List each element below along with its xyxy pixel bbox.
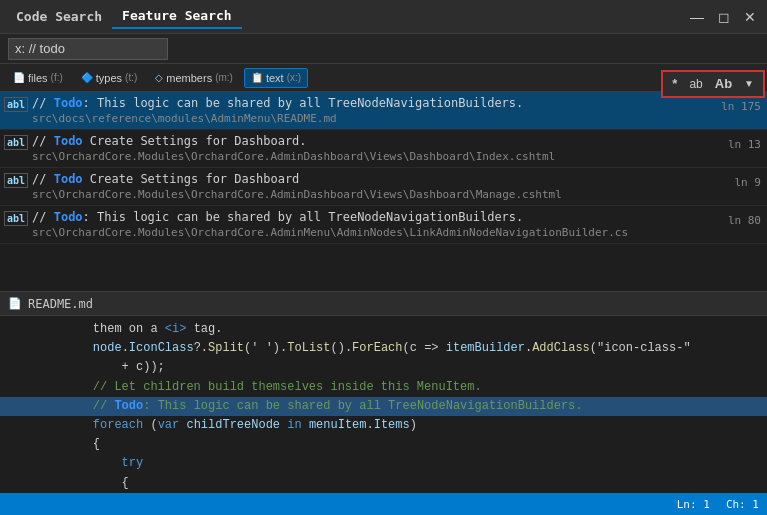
result-item[interactable]: abl // Todo Create Settings for Dashboar… (0, 130, 767, 168)
filter-types-label: types (96, 72, 122, 84)
line-number (8, 474, 48, 493)
window-controls: — ◻ ✕ (685, 8, 761, 26)
tab-code-search[interactable]: Code Search (6, 5, 112, 28)
code-line: { (0, 435, 767, 454)
status-ch[interactable]: Ch: 1 (726, 498, 759, 511)
result-line-num: ln 9 (727, 170, 762, 189)
code-content[interactable]: them on a <i> tag. node.IconClass?.Split… (0, 316, 767, 493)
line-number (8, 454, 48, 473)
text-icon: 📋 (251, 72, 263, 83)
code-header: 📄 README.md (0, 292, 767, 316)
result-main-text: // Todo: This logic can be shared by all… (32, 209, 720, 226)
filter-text-label: text (266, 72, 284, 84)
match-case-button[interactable]: Ab (710, 75, 737, 93)
line-number (8, 416, 48, 435)
code-area: 📄 README.md them on a <i> tag. node.Icon… (0, 292, 767, 493)
restore-button[interactable]: ◻ (713, 8, 735, 26)
line-number (8, 435, 48, 454)
filter-members-key: (m:) (215, 72, 233, 83)
result-path: src\OrchardCore.Modules\OrchardCore.Admi… (32, 188, 727, 202)
code-filename: README.md (28, 297, 93, 311)
result-icon: abl (4, 211, 28, 226)
filter-bar: 📄 files (f:) 🔷 types (t:) ◇ members (m:)… (0, 64, 767, 92)
filter-text-button[interactable]: 📋 text (x:) (244, 68, 308, 88)
filter-text-key: (x:) (287, 72, 301, 83)
match-word-button[interactable]: ab (684, 76, 707, 92)
status-bar: Ln: 1 Ch: 1 (0, 493, 767, 515)
line-number (8, 339, 48, 358)
filter-files-button[interactable]: 📄 files (f:) (6, 68, 70, 88)
result-item[interactable]: abl // Todo: This logic can be shared by… (0, 92, 767, 130)
code-line: { (0, 474, 767, 493)
types-icon: 🔷 (81, 72, 93, 83)
code-line-highlighted: // Todo: This logic can be shared by all… (0, 397, 767, 416)
minimize-button[interactable]: — (685, 8, 709, 26)
result-main-text: // Todo Create Settings for Dashboard. (32, 133, 720, 150)
result-icon: abl (4, 97, 28, 112)
search-input[interactable] (8, 38, 168, 60)
filter-files-key: (f:) (51, 72, 63, 83)
code-line: + c)); (0, 358, 767, 377)
result-line-num: ln 80 (720, 208, 761, 227)
regex-button[interactable]: * (667, 75, 682, 93)
result-path: src\docs\reference\modules\AdminMenu\REA… (32, 112, 713, 126)
line-number (8, 378, 48, 397)
result-main-text: // Todo Create Settings for Dashboard (32, 171, 727, 188)
code-line: them on a <i> tag. (0, 320, 767, 339)
result-content: // Todo: This logic can be shared by all… (32, 208, 720, 241)
result-content: // Todo Create Settings for Dashboard. s… (32, 132, 720, 165)
code-line: try (0, 454, 767, 473)
line-number (8, 320, 48, 339)
code-line: // Let children build themselves inside … (0, 378, 767, 397)
files-icon: 📄 (13, 72, 25, 83)
line-number (8, 397, 48, 416)
result-line-num: ln 13 (720, 132, 761, 151)
code-line: foreach (var childTreeNode in menuItem.I… (0, 416, 767, 435)
close-button[interactable]: ✕ (739, 8, 761, 26)
options-bar: * ab Ab ▼ (661, 70, 765, 98)
search-bar (0, 34, 767, 64)
title-bar: Code Search Feature Search — ◻ ✕ (0, 0, 767, 34)
result-icon: abl (4, 173, 28, 188)
status-ln[interactable]: Ln: 1 (677, 498, 710, 511)
filter-files-label: files (28, 72, 48, 84)
result-content: // Todo Create Settings for Dashboard sr… (32, 170, 727, 203)
filter-types-key: (t:) (125, 72, 137, 83)
results-area[interactable]: abl // Todo: This logic can be shared by… (0, 92, 767, 292)
members-icon: ◇ (155, 72, 163, 83)
more-options-button[interactable]: ▼ (739, 77, 759, 91)
filter-members-button[interactable]: ◇ members (m:) (148, 68, 240, 88)
line-number (8, 358, 48, 377)
code-file-icon: 📄 (8, 297, 22, 310)
result-icon: abl (4, 135, 28, 150)
tab-feature-search[interactable]: Feature Search (112, 4, 242, 29)
result-content: // Todo: This logic can be shared by all… (32, 94, 713, 127)
result-path: src\OrchardCore.Modules\OrchardCore.Admi… (32, 150, 720, 164)
filter-types-button[interactable]: 🔷 types (t:) (74, 68, 145, 88)
result-item[interactable]: abl // Todo: This logic can be shared by… (0, 206, 767, 244)
result-item[interactable]: abl // Todo Create Settings for Dashboar… (0, 168, 767, 206)
code-line: node.IconClass?.Split(' ').ToList().ForE… (0, 339, 767, 358)
result-path: src\OrchardCore.Modules\OrchardCore.Admi… (32, 226, 720, 240)
result-main-text: // Todo: This logic can be shared by all… (32, 95, 713, 112)
filter-members-label: members (166, 72, 212, 84)
